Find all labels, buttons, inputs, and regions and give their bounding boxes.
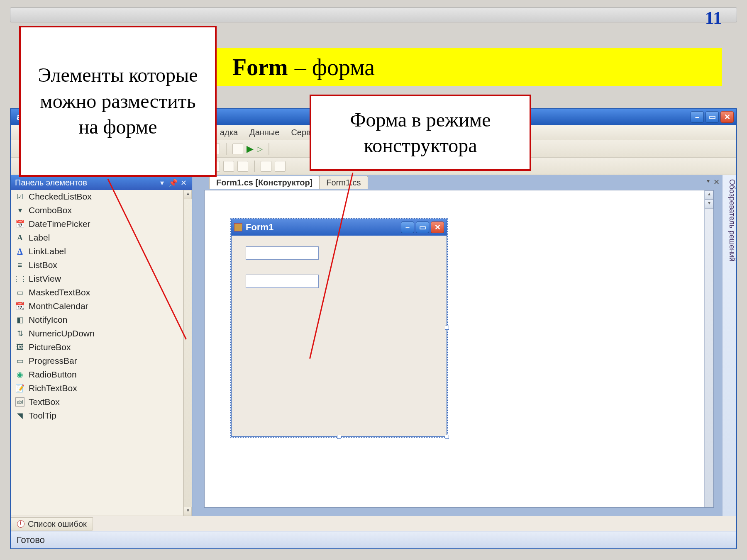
control-icon: ☑ xyxy=(15,192,24,201)
error-icon xyxy=(17,520,24,528)
pin-icon[interactable]: 📌 xyxy=(168,178,177,187)
toolbox-item-label[interactable]: ALabel xyxy=(11,231,183,245)
toolbox-item-label: TextBox xyxy=(29,397,60,407)
dropdown-icon[interactable]: ▾ xyxy=(158,178,166,187)
control-icon: ◉ xyxy=(15,370,24,379)
toolbox-item-numericupdown[interactable]: ⇅NumericUpDown xyxy=(11,327,183,341)
form-close-button[interactable]: ✕ xyxy=(431,222,444,233)
textbox-control[interactable] xyxy=(246,275,319,288)
toolbox-panel: Панель элементов ▾ 📌 ✕ ☑CheckedListBox ▾… xyxy=(11,175,193,516)
toolbar-button[interactable] xyxy=(223,161,234,172)
close-icon[interactable]: ✕ xyxy=(713,178,720,187)
toolbox-item-label: NotifyIcon xyxy=(29,315,67,325)
minimize-button[interactable]: – xyxy=(691,111,704,123)
toolbox-list[interactable]: ☑CheckedListBox ▾ComboBox 📅DateTimePicke… xyxy=(11,190,183,516)
toolbox-item-linklabel[interactable]: ALinkLabel xyxy=(11,245,183,258)
toolbox-item-label: Label xyxy=(29,233,50,243)
slide-header-bar xyxy=(10,7,737,22)
form-window[interactable]: Form1 – ▭ ✕ xyxy=(231,219,447,437)
designer-region: Form1.cs [Конструктор] Form1.cs ▾ ✕ Form… xyxy=(193,175,736,516)
toolbar-separator xyxy=(226,143,227,155)
toolbox-item-label: MonthCalendar xyxy=(29,301,88,311)
scroll-up-icon[interactable]: ▴ xyxy=(705,190,713,200)
toolbox-item-label: PictureBox xyxy=(29,342,71,352)
error-list-tab[interactable]: Список ошибок xyxy=(11,517,93,531)
control-icon: ≡ xyxy=(15,261,24,270)
tab-code[interactable]: Form1.cs xyxy=(319,176,368,189)
toolbox-item-label: ProgressBar xyxy=(29,356,77,366)
toolbox-item-monthcalendar[interactable]: 📆MonthCalendar xyxy=(11,299,183,313)
status-bar: Готово xyxy=(11,531,736,548)
control-icon: ▾ xyxy=(15,206,24,215)
toolbar-button[interactable] xyxy=(261,161,271,172)
form-maximize-button[interactable]: ▭ xyxy=(416,222,429,233)
toolbox-item-label: ToolTip xyxy=(29,411,56,421)
control-icon: ⋮⋮ xyxy=(15,274,24,283)
pin-icon[interactable]: ▾ xyxy=(707,178,710,184)
toolbox-scrollbar[interactable]: ▴ ▾ xyxy=(183,190,192,516)
toolbox-item-listbox[interactable]: ≡ListBox xyxy=(11,258,183,272)
close-button[interactable]: ✕ xyxy=(720,111,734,123)
toolbar-separator xyxy=(269,143,269,155)
control-icon: ▭ xyxy=(15,288,24,297)
control-icon: 📅 xyxy=(15,219,24,229)
toolbox-item-radiobutton[interactable]: ◉RadioButton xyxy=(11,368,183,382)
toolbox-item-label: LinkLabel xyxy=(29,246,66,256)
toolbox-item-maskedtextbox[interactable]: ▭MaskedTextBox xyxy=(11,286,183,299)
start-debug-icon[interactable]: ▶ xyxy=(247,144,254,154)
menu-item[interactable]: адка xyxy=(220,128,238,137)
control-icon: ▭ xyxy=(15,356,24,365)
toolbox-item-tooltip[interactable]: ◥ToolTip xyxy=(11,409,183,423)
maximize-button[interactable]: ▭ xyxy=(706,111,719,123)
status-text: Готово xyxy=(17,535,45,545)
resize-handle-bottom[interactable] xyxy=(337,435,341,439)
toolbox-title: Панель элементов xyxy=(15,178,87,187)
toolbox-item-richtextbox[interactable]: 📝RichTextBox xyxy=(11,382,183,395)
start-without-debug-icon[interactable]: ▷ xyxy=(257,144,263,153)
callout-text: Элементы которые можно разместить на фор… xyxy=(29,62,207,140)
designer-canvas[interactable]: Form1 – ▭ ✕ xyxy=(204,190,714,508)
toolbox-item-checkedlistbox[interactable]: ☑CheckedListBox xyxy=(11,190,183,204)
toolbox-item-label: ListView xyxy=(29,274,61,284)
control-icon: ◧ xyxy=(15,315,24,324)
toolbar-separator xyxy=(254,161,255,172)
scroll-down-icon[interactable]: ▾ xyxy=(705,200,713,209)
toolbox-item-label: CheckedListBox xyxy=(29,192,92,202)
menu-item[interactable]: Данные xyxy=(249,128,279,137)
close-icon[interactable]: ✕ xyxy=(179,178,188,187)
resize-handle-right[interactable] xyxy=(445,326,449,330)
resize-handle-corner[interactable] xyxy=(445,435,449,439)
canvas-scrollbar[interactable]: ▴ ▾ xyxy=(704,190,713,507)
control-icon: 📆 xyxy=(15,302,24,311)
title-rest: – форма xyxy=(295,54,375,80)
toolbox-item-progressbar[interactable]: ▭ProgressBar xyxy=(11,354,183,368)
textbox-control[interactable] xyxy=(246,246,319,260)
page-number: 11 xyxy=(705,7,722,29)
toolbox-item-datetimepicker[interactable]: 📅DateTimePicker xyxy=(11,217,183,231)
toolbox-item-label: RadioButton xyxy=(29,370,77,380)
document-tabs: Form1.cs [Конструктор] Form1.cs xyxy=(209,175,368,189)
control-icon: A xyxy=(15,247,24,256)
toolbox-item-label: DateTimePicker xyxy=(29,219,90,229)
toolbox-item-picturebox[interactable]: 🖼PictureBox xyxy=(11,341,183,354)
bottom-tab-strip: Список ошибок xyxy=(11,517,93,531)
toolbox-item-notifyicon[interactable]: ◧NotifyIcon xyxy=(11,313,183,327)
toolbar-button[interactable] xyxy=(237,161,248,172)
form-minimize-button[interactable]: – xyxy=(401,222,414,233)
scroll-down-icon[interactable]: ▾ xyxy=(184,507,192,516)
form-client-area[interactable] xyxy=(232,236,447,436)
toolbox-item-label: NumericUpDown xyxy=(29,329,95,338)
scroll-up-icon[interactable]: ▴ xyxy=(184,190,192,199)
toolbar-button[interactable] xyxy=(232,144,243,154)
control-icon: 📝 xyxy=(15,384,24,393)
toolbar-button[interactable] xyxy=(275,161,286,172)
control-icon: ⇅ xyxy=(15,329,24,338)
toolbox-item-textbox[interactable]: ablTextBox xyxy=(11,395,183,409)
tab-designer[interactable]: Form1.cs [Конструктор] xyxy=(209,176,320,189)
form-title-text: Form1 xyxy=(246,222,273,233)
toolbox-item-label: ComboBox xyxy=(29,205,72,215)
toolbox-header[interactable]: Панель элементов ▾ 📌 ✕ xyxy=(11,175,192,190)
toolbox-item-combobox[interactable]: ▾ComboBox xyxy=(11,204,183,217)
solution-explorer-collapsed[interactable]: Обозреватель решений xyxy=(722,175,736,516)
toolbox-item-label: RichTextBox xyxy=(29,383,77,393)
